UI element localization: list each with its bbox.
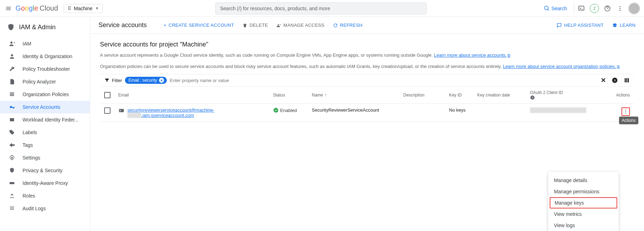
page-title: Service accounts — [99, 21, 147, 29]
help-assistant-button[interactable]: HELP ASSISTANT — [556, 23, 604, 28]
email-link[interactable]: securityreviewerserviceaccount@machine- — [127, 107, 214, 113]
sidebar-title: IAM & Admin — [19, 24, 56, 31]
sidebar-item-privacy[interactable]: Privacy & Security — [0, 164, 90, 177]
svg-point-9 — [10, 106, 12, 108]
sort-up-icon: ↑ — [324, 93, 327, 98]
row-actions-button[interactable] — [621, 107, 630, 116]
filter-chip-email[interactable]: Email : security ✕ — [125, 77, 167, 84]
dropdown-view-metrics[interactable]: View metrics — [548, 208, 619, 220]
sidebar-item-label: IAM — [23, 41, 31, 46]
dropdown-manage-details[interactable]: Manage details — [548, 175, 619, 186]
select-all-checkbox[interactable] — [104, 92, 111, 98]
plus-icon: + — [164, 23, 166, 28]
tags-icon — [8, 142, 15, 149]
sidebar-item-label: Privacy & Security — [23, 168, 63, 173]
sidebar-item-orgpolicies[interactable]: Organization Policies — [0, 88, 90, 101]
sidebar-item-troubleshooter[interactable]: Policy Troubleshooter — [0, 63, 90, 75]
svg-rect-2 — [579, 6, 584, 10]
more-vert-icon[interactable] — [616, 4, 624, 13]
project-icon: ⠿ — [68, 6, 71, 11]
refresh-button[interactable]: REFRESH — [333, 23, 362, 28]
learn-more-org-link[interactable]: Learn more about service account organiz… — [503, 64, 620, 69]
external-link-icon: ⧉ — [617, 64, 620, 69]
svg-point-11 — [11, 157, 13, 159]
learn-button[interactable]: LEARN — [612, 23, 636, 28]
create-service-account-button[interactable]: + CREATE SERVICE ACCOUNT — [164, 23, 234, 28]
sidebar-item-auditlogs[interactable]: Audit Logs — [0, 202, 90, 215]
sidebar-item-labels[interactable]: Labels — [0, 126, 90, 139]
sidebar-item-label: Audit Logs — [23, 206, 46, 211]
search-button[interactable]: Search — [539, 5, 571, 12]
table-row: securityreviewerserviceaccount@machine- … — [100, 104, 634, 122]
sidebar-item-identity[interactable]: Identity & Organization — [0, 50, 90, 63]
col-oauth[interactable]: OAuth 2 Client ID ? — [530, 90, 600, 100]
table-header: Email Status Name↑ Description Key ID Ke… — [100, 87, 634, 104]
redacted-oauth — [530, 107, 586, 113]
project-name: Machine — [74, 6, 93, 11]
search-label: Search — [551, 6, 567, 11]
tag-icon — [8, 129, 15, 136]
manage-access-button[interactable]: MANAGE ACCESS — [276, 23, 324, 28]
delete-button[interactable]: DELETE — [242, 23, 268, 28]
sidebar-item-iap[interactable]: Identity-Aware Proxy — [0, 177, 90, 189]
dropdown-manage-permissions[interactable]: Manage permissions — [548, 186, 619, 197]
filter-input[interactable] — [170, 78, 598, 83]
google-cloud-logo[interactable]: Google Cloud — [15, 4, 58, 12]
svg-point-4 — [620, 6, 621, 7]
sidebar-item-workload[interactable]: Workload Identity Feder... — [0, 113, 90, 126]
service-accounts-table: Email Status Name↑ Description Key ID Ke… — [100, 87, 634, 122]
col-description[interactable]: Description — [403, 93, 449, 98]
svg-rect-17 — [626, 78, 627, 82]
dropdown-manage-keys[interactable]: Manage keys — [550, 197, 617, 208]
cloud-shell-icon[interactable] — [577, 4, 586, 13]
cloud-label: Cloud — [40, 4, 58, 12]
svg-point-26 — [625, 113, 626, 113]
status-cell: Enabled — [273, 107, 312, 113]
chip-close-icon[interactable]: ✕ — [159, 78, 164, 83]
refresh-icon — [333, 23, 338, 28]
dropdown-view-logs[interactable]: View logs — [548, 220, 619, 231]
sidebar-item-settings[interactable]: Settings — [0, 151, 90, 164]
sidebar-item-roles[interactable]: Roles — [0, 189, 90, 202]
search-icon — [544, 5, 550, 12]
sidebar-item-label: Identity-Aware Proxy — [23, 180, 68, 186]
check-circle-icon — [273, 107, 279, 113]
col-email[interactable]: Email — [118, 93, 273, 98]
sidebar-item-serviceaccounts[interactable]: Service Accounts — [0, 101, 90, 113]
info-icon[interactable]: ? — [530, 95, 600, 100]
redacted-text: xxxxxx — [127, 113, 141, 118]
sidebar-item-analyzer[interactable]: Policy Analyzer — [0, 75, 90, 88]
hamburger-icon[interactable] — [4, 4, 13, 13]
col-name[interactable]: Name↑ — [312, 93, 403, 98]
filter-help-icon[interactable]: ? — [612, 77, 618, 83]
col-status[interactable]: Status — [273, 93, 312, 98]
sidebar-item-label: Roles — [23, 193, 35, 199]
svg-rect-12 — [10, 182, 14, 184]
sidebar-item-label: Policy Troubleshooter — [23, 66, 70, 72]
oauth-cell — [530, 107, 600, 114]
filter-label[interactable]: Filter — [104, 77, 122, 83]
svg-point-0 — [544, 6, 548, 10]
project-picker[interactable]: ⠿ Machine ▼ — [64, 4, 103, 13]
learn-more-sa-link[interactable]: Learn more about service accounts.⧉ — [434, 52, 510, 58]
sidebar-item-label: Policy Analyzer — [23, 79, 56, 85]
row-checkbox[interactable] — [104, 107, 111, 114]
column-display-icon[interactable] — [624, 77, 630, 83]
logs-icon — [8, 205, 15, 212]
help-icon[interactable] — [603, 4, 612, 13]
shield-small-icon — [8, 167, 15, 174]
sidebar-item-tags[interactable]: Tags — [0, 139, 90, 151]
svg-point-25 — [625, 111, 626, 112]
sidebar-item-label: Workload Identity Feder... — [23, 117, 78, 123]
col-keyid[interactable]: Key ID — [449, 93, 477, 98]
sidebar-item-iam[interactable]: IAM — [0, 37, 90, 50]
document-icon — [8, 78, 15, 85]
proxy-icon — [8, 180, 15, 187]
email-link-cont[interactable]: .iam.gserviceaccount.com — [141, 113, 194, 118]
avatar[interactable] — [629, 3, 640, 14]
col-keycreation[interactable]: Key creation date — [477, 93, 530, 98]
keyid-cell: No keys — [449, 107, 477, 113]
notification-badge[interactable]: 2 — [590, 4, 599, 13]
clear-filter-icon[interactable]: ✕ — [601, 76, 606, 84]
search-input[interactable]: Search (/) for resources, docs, products… — [215, 2, 427, 14]
